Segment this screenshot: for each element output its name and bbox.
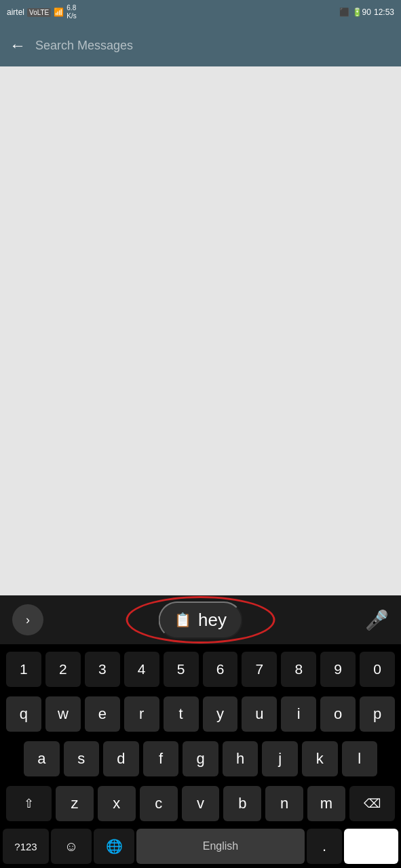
expand-suggestions-button[interactable]: › xyxy=(12,604,43,635)
network-label: VoLTE xyxy=(27,8,51,17)
space-button[interactable]: English xyxy=(136,829,305,864)
key-w[interactable]: w xyxy=(45,696,81,732)
key-c[interactable]: c xyxy=(140,786,178,821)
status-bar: airtel VoLTE 📶 6.8K/s ⬛ 🔋90 12:53 xyxy=(0,0,401,24)
key-g[interactable]: g xyxy=(183,741,218,776)
main-content xyxy=(0,66,401,595)
keyboard: › 📋 hey 🎤 1 2 3 4 5 6 7 8 9 0 xyxy=(0,595,401,868)
key-i[interactable]: i xyxy=(281,696,316,732)
delete-button[interactable]: ⌫ xyxy=(349,786,395,821)
suggestion-center: 📋 hey xyxy=(158,601,243,639)
key-6[interactable]: 6 xyxy=(203,652,238,687)
key-v[interactable]: v xyxy=(182,786,220,821)
emoji-icon: ☺ xyxy=(64,839,78,854)
emoji-button[interactable]: ☺ xyxy=(51,829,92,864)
key-t[interactable]: t xyxy=(164,696,199,732)
key-u[interactable]: u xyxy=(242,696,277,732)
status-left: airtel VoLTE 📶 6.8K/s xyxy=(7,4,77,20)
key-3[interactable]: 3 xyxy=(85,652,120,687)
mic-button[interactable]: 🎤 xyxy=(365,609,389,631)
key-z[interactable]: z xyxy=(56,786,94,821)
key-x[interactable]: x xyxy=(98,786,136,821)
expand-icon: › xyxy=(26,613,30,627)
back-button[interactable]: ← xyxy=(9,37,26,54)
suggestion-text: hey xyxy=(198,610,227,631)
mic-icon: 🎤 xyxy=(365,610,389,631)
carrier-label: airtel xyxy=(7,7,24,17)
status-right: ⬛ 🔋90 12:53 xyxy=(339,7,394,17)
key-q[interactable]: q xyxy=(6,696,41,732)
key-8[interactable]: 8 xyxy=(281,652,316,687)
alpha-row-1: q w e r t y u i o p xyxy=(3,692,398,736)
key-s[interactable]: s xyxy=(64,741,100,776)
key-l[interactable]: l xyxy=(342,741,378,776)
key-1[interactable]: 1 xyxy=(6,652,41,687)
key-r[interactable]: r xyxy=(124,696,159,732)
speed-label: 6.8K/s xyxy=(66,4,76,20)
alpha-row-2: a s d f g h j k l xyxy=(3,736,398,781)
key-m[interactable]: m xyxy=(307,786,345,821)
key-7[interactable]: 7 xyxy=(242,652,277,687)
screen-rotation-icon: ⬛ xyxy=(339,7,349,17)
enter-button[interactable] xyxy=(344,829,398,864)
key-2[interactable]: 2 xyxy=(45,652,81,687)
key-d[interactable]: d xyxy=(103,741,139,776)
key-9[interactable]: 9 xyxy=(320,652,356,687)
bottom-row: ?123 ☺ 🌐 English . xyxy=(0,826,401,868)
key-j[interactable]: j xyxy=(262,741,298,776)
key-h[interactable]: h xyxy=(223,741,259,776)
suggestion-pill-hey[interactable]: 📋 hey xyxy=(158,601,243,639)
key-p[interactable]: p xyxy=(360,696,395,732)
shift-button[interactable]: ⇧ xyxy=(6,786,52,821)
clipboard-icon: 📋 xyxy=(174,612,191,628)
key-y[interactable]: y xyxy=(203,696,238,732)
special-chars-button[interactable]: ?123 xyxy=(3,829,49,864)
key-0[interactable]: 0 xyxy=(360,652,395,687)
search-header: ← xyxy=(0,24,401,66)
search-input[interactable] xyxy=(35,39,392,53)
key-a[interactable]: a xyxy=(24,741,60,776)
language-button[interactable]: 🌐 xyxy=(94,829,134,864)
suggestion-bar: › 📋 hey 🎤 xyxy=(0,595,401,644)
key-5[interactable]: 5 xyxy=(164,652,199,687)
time-label: 12:53 xyxy=(374,7,394,17)
key-o[interactable]: o xyxy=(320,696,356,732)
keyboard-rows: 1 2 3 4 5 6 7 8 9 0 q w e r t y u i o p … xyxy=(0,644,401,826)
space-label: English xyxy=(203,840,238,852)
key-k[interactable]: k xyxy=(302,741,338,776)
number-row: 1 2 3 4 5 6 7 8 9 0 xyxy=(3,647,398,692)
signal-icon: 📶 xyxy=(54,7,64,17)
key-e[interactable]: e xyxy=(85,696,120,732)
key-4[interactable]: 4 xyxy=(124,652,159,687)
key-b[interactable]: b xyxy=(223,786,261,821)
key-f[interactable]: f xyxy=(143,741,179,776)
battery-label: 🔋90 xyxy=(352,7,371,17)
period-button[interactable]: . xyxy=(307,829,342,864)
globe-icon: 🌐 xyxy=(106,838,123,854)
key-n[interactable]: n xyxy=(265,786,303,821)
alpha-row-3: ⇧ z x c v b n m ⌫ xyxy=(3,781,398,826)
